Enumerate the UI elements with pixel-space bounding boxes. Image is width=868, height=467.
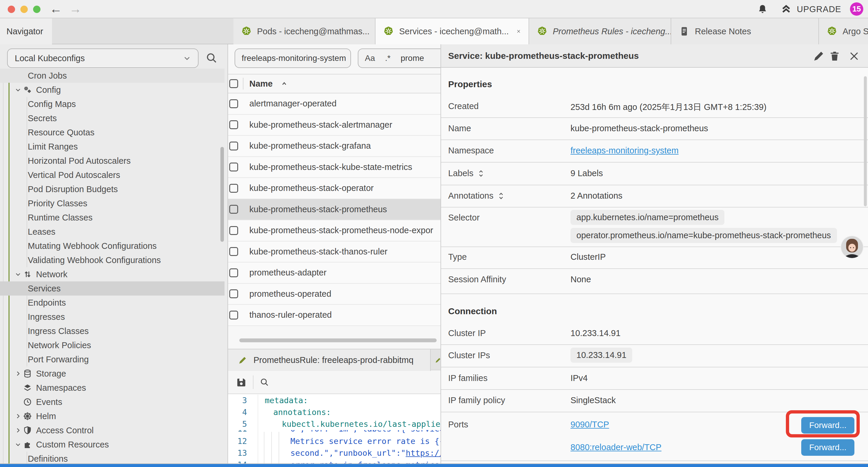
arrows-up-down-icon [23,269,32,279]
table-row[interactable]: kube-prometheus-stack-grafana [228,136,441,157]
sidebar-item-endpoints[interactable]: Endpoints [0,296,224,310]
table-row-selected[interactable]: kube-prometheus-stack-prometheus [228,199,441,221]
code-link[interactable]: https://net [406,448,441,458]
sort-updown-icon[interactable] [477,170,485,177]
row-checkbox[interactable] [229,205,238,214]
table-row[interactable]: kube-prometheus-stack-operator [228,178,441,199]
table-row[interactable]: kube-prometheus-stack-kube-state-metrics [228,157,441,178]
sidebar-item-mutating-webhook-configurations[interactable]: Mutating Webhook Configurations [0,239,224,253]
select-all-checkbox[interactable] [229,79,238,88]
sort-updown-icon[interactable] [498,192,505,200]
row-checkbox[interactable] [229,142,238,150]
back-arrow[interactable]: ← [50,2,62,16]
forward-button[interactable]: Forward... [801,439,855,456]
port-link-8080[interactable]: 8080:reloader-web/TCP [570,442,661,452]
namespace-link[interactable]: freeleaps-monitoring-system [570,146,679,155]
row-checkbox[interactable] [229,289,238,298]
row-checkbox[interactable] [229,163,238,171]
kubernetes-icon [537,26,548,37]
sidebar-item-port-forwarding[interactable]: Port Forwarding [0,352,224,367]
upgrade-button[interactable]: UPGRADE [797,4,841,14]
close-icon[interactable] [848,50,860,62]
name-column-header[interactable]: Name [249,79,273,89]
sidebar-item-network-policies[interactable]: Network Policies [0,338,224,352]
sidebar-item-events[interactable]: Events [0,395,224,409]
kubeconfig-select[interactable]: Local Kubeconfigs [7,49,198,68]
port-link-9090[interactable]: 9090/TCP [570,420,609,430]
sidebar-item-cron-jobs[interactable]: Cron Jobs [0,68,224,83]
search-icon[interactable] [205,52,218,64]
sidebar-item-validating-webhook-configurations[interactable]: Validating Webhook Configurations [0,253,224,267]
namespace-label: Namespace [448,146,494,155]
minimize-window-button[interactable] [20,6,28,13]
table-row[interactable]: alertmanager-operated [228,93,441,115]
navigator-panel-tab[interactable]: Navigator [0,18,52,44]
sidebar-item-ingress-classes[interactable]: Ingress Classes [0,324,224,338]
case-sensitive-toggle[interactable]: Aa [365,54,375,63]
bell-icon[interactable] [757,4,768,15]
row-checkbox[interactable] [229,311,238,320]
search-input[interactable]: Aa .* prome [358,49,441,68]
sort-asc-icon[interactable] [280,80,288,87]
namespace-select[interactable]: freeleaps-monitoring-system [235,49,351,68]
search-icon[interactable] [259,377,270,387]
tab-argo[interactable]: Argo Se [819,18,868,44]
forward-arrow[interactable]: → [69,2,82,16]
yaml-editor[interactable]: 3metadata: 4annotations: 5kubectl.kubern… [228,395,441,465]
trash-icon[interactable] [829,50,840,62]
sidebar-group-storage[interactable]: Storage [0,367,224,381]
row-checkbox[interactable] [229,184,238,193]
sidebar-item-pod-disruption-budgets[interactable]: Pod Disruption Budgets [0,182,224,196]
horizontal-scrollbar[interactable] [239,339,437,342]
editor-tab-partial[interactable] [431,349,441,371]
pencil-icon[interactable] [813,50,825,62]
table-row[interactable]: thanos-ruler-operated [228,305,441,326]
sidebar-group-custom-resources[interactable]: Custom Resources [0,437,224,451]
close-window-button[interactable] [8,6,15,13]
sidebar-item-resource-quotas[interactable]: Resource Quotas [0,125,224,140]
row-checkbox[interactable] [229,268,238,277]
sidebar-item-leases[interactable]: Leases [0,225,224,239]
tab-services[interactable]: Services - icecheng@math... [375,18,529,44]
sidebar-item-runtime-classes[interactable]: Runtime Classes [0,210,224,225]
sidebar-group-access-control[interactable]: Access Control [0,423,224,437]
upgrade-icon[interactable] [780,4,792,15]
cluster-ip-value: 10.233.14.91 [570,328,620,338]
close-icon[interactable] [517,28,521,35]
sidebar-item-ingresses[interactable]: Ingresses [0,310,224,324]
sidebar-scrollbar[interactable] [220,147,224,242]
sidebar-group-network[interactable]: Network [0,267,224,282]
regex-toggle[interactable]: .* [385,54,391,63]
row-checkbox[interactable] [229,226,238,235]
sidebar-item-secrets[interactable]: Secrets [0,111,224,125]
tab-prometheus-rules[interactable]: Prometheus Rules - icecheng... [529,18,671,44]
table-row[interactable]: prometheus-adapter [228,262,441,284]
editor-tab-prometheusrule[interactable]: PrometheusRule: freeleaps-prod-rabbitmq [228,349,431,371]
sidebar-item-limit-ranges[interactable]: Limit Ranges [0,140,224,154]
notification-badge[interactable]: 15 [850,2,863,16]
table-row[interactable]: kube-prometheus-stack-alertmanager [228,115,441,136]
sidebar-group-config[interactable]: Config [0,83,224,97]
tab-pods[interactable]: Pods - icecheng@mathmas... [234,18,375,44]
zoom-window-button[interactable] [33,6,40,13]
row-checkbox[interactable] [229,247,238,256]
sidebar-item-priority-classes[interactable]: Priority Classes [0,196,224,210]
table-row[interactable]: kube-prometheus-stack-thanos-ruler [228,241,441,263]
row-checkbox[interactable] [229,120,238,129]
created-label: Created [448,101,478,111]
sidebar-item-namespaces[interactable]: Namespaces [0,381,224,395]
table-row[interactable]: prometheus-operated [228,284,441,305]
tab-release-notes[interactable]: Release Notes [671,18,819,44]
table-row[interactable]: kube-prometheus-stack-prometheus-node-ex… [228,220,441,241]
row-checkbox[interactable] [229,99,238,108]
code-line: 4annotations: [228,406,441,418]
sidebar-item-vertical-pod-autoscalers[interactable]: Vertical Pod Autoscalers [0,168,224,182]
sidebar-item-config-maps[interactable]: Config Maps [0,97,224,111]
avatar[interactable] [840,235,864,259]
sidebar-item-services[interactable]: Services [0,282,224,296]
save-icon[interactable] [236,377,246,387]
sidebar-group-helm[interactable]: Helm [0,409,224,423]
details-scrollbar[interactable] [864,76,867,206]
sidebar-item-horizontal-pod-autoscalers[interactable]: Horizontal Pod Autoscalers [0,154,224,168]
session-affinity-label: Session Affinity [448,274,506,284]
